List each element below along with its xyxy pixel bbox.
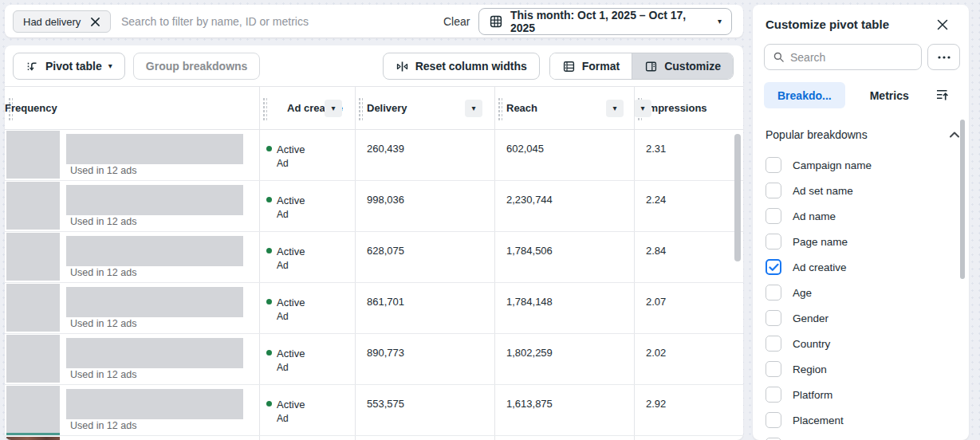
table-row[interactable]: Used in 12 ads Active Ad 260,439 602,045… — [5, 130, 743, 181]
pivot-table-button[interactable]: Pivot table ▾ — [13, 53, 125, 80]
impressions-value: 1,802,259 — [506, 347, 553, 359]
checkbox[interactable] — [766, 285, 781, 301]
table-body: Used in 12 ads Active Ad 260,439 602,045… — [5, 130, 743, 436]
date-range-button[interactable]: This month: Oct 1, 2025 – Oct 17, 2025 ▾ — [478, 8, 732, 35]
delivery-status: Active — [277, 348, 305, 359]
creative-name-redacted — [66, 185, 243, 215]
breakdown-option[interactable]: Country — [766, 334, 949, 353]
breakdown-option[interactable]: Ad set name — [766, 181, 949, 200]
checkbox[interactable] — [766, 412, 781, 428]
checkbox[interactable] — [766, 361, 781, 377]
delivery-level: Ad — [277, 209, 289, 220]
table-row[interactable]: Used in 12 ads Active Ad 553,575 1,613,8… — [5, 385, 743, 436]
reach-value: 553,575 — [367, 398, 404, 410]
creative-name-redacted — [66, 134, 243, 164]
active-status-dot — [266, 401, 272, 407]
customize-button[interactable]: Customize — [632, 53, 733, 79]
checkbox[interactable] — [766, 157, 781, 173]
group-breakdowns-button[interactable]: Group breakdowns — [133, 53, 261, 80]
impressions-value: 2,230,744 — [506, 194, 553, 206]
thumbnail-accent-line — [6, 433, 60, 435]
chevron-down-icon: ▾ — [331, 104, 335, 112]
used-in-ads-label: Used in 12 ads — [70, 318, 136, 329]
column-drag-handle[interactable] — [498, 97, 502, 120]
column-header[interactable]: Impressions ▾ — [634, 87, 743, 131]
column-header[interactable]: Delivery ▾ — [355, 87, 494, 131]
filter-search-input[interactable] — [121, 5, 424, 37]
breakdown-option-label: Gender — [793, 312, 828, 324]
checkbox[interactable] — [766, 310, 781, 326]
checkbox[interactable] — [766, 259, 781, 275]
customize-panel-icon — [644, 60, 658, 73]
impressions-value: 602,045 — [506, 143, 544, 155]
table-row[interactable]: Used in 12 ads Active Ad 628,075 1,784,5… — [5, 232, 743, 283]
format-label: Format — [582, 60, 620, 73]
breakdown-option-label: Page name — [793, 236, 848, 248]
column-menu-button[interactable]: ▾ — [606, 100, 624, 117]
table-row[interactable]: Used in 12 ads Active Ad 890,773 1,802,2… — [5, 334, 743, 385]
breakdown-option-label: Ad name — [793, 210, 836, 222]
checkbox[interactable] — [766, 183, 781, 198]
creative-thumbnail-placeholder — [6, 182, 60, 230]
column-menu-button[interactable]: ▾ — [634, 100, 651, 117]
frequency-value: 2.84 — [646, 245, 666, 257]
active-status-dot — [266, 350, 272, 356]
breakdown-option[interactable]: Age — [766, 283, 949, 302]
breakdown-option[interactable]: Region — [766, 359, 949, 379]
table-row[interactable]: Used in 12 ads Active Ad 861,701 1,784,1… — [5, 283, 743, 334]
column-menu-button[interactable]: ▾ — [325, 100, 342, 117]
breakdown-option-label: Age — [793, 287, 812, 299]
creative-thumbnail-placeholder — [6, 131, 60, 179]
checkbox[interactable] — [766, 208, 781, 224]
filter-chip-had-delivery[interactable]: Had delivery — [13, 10, 111, 33]
customize-label: Customize — [664, 60, 721, 73]
column-header-label: Impressions — [646, 102, 707, 114]
creative-name-redacted — [66, 287, 243, 317]
column-header[interactable]: Ad creative ▾ — [259, 87, 355, 131]
used-in-ads-label: Used in 12 ads — [70, 420, 136, 431]
breakdown-option-label: Country — [793, 338, 830, 350]
reset-width-icon — [396, 61, 409, 73]
checkbox[interactable] — [766, 336, 781, 352]
breakdowns-checkbox-list: Campaign name Ad set name Ad name — [753, 5, 969, 440]
remove-filter-icon[interactable] — [90, 17, 100, 27]
breakdown-option[interactable]: Placement — [766, 411, 949, 430]
impressions-value: 1,784,506 — [506, 245, 553, 257]
breakdown-option[interactable]: Campaign name — [766, 155, 949, 175]
impressions-value: 1,784,148 — [506, 296, 553, 308]
chevron-down-icon: ▾ — [471, 104, 475, 112]
delivery-status: Active — [277, 194, 305, 206]
frequency-value: 2.24 — [646, 194, 666, 206]
reset-column-widths-button[interactable]: Reset column widths — [383, 53, 540, 80]
table-scrollbar[interactable] — [734, 134, 741, 261]
sidebar-scrollbar[interactable] — [960, 120, 965, 279]
breakdown-option-label: Platform — [793, 389, 832, 401]
filter-chip-label: Had delivery — [23, 16, 81, 28]
column-drag-handle[interactable] — [262, 97, 267, 120]
chevron-down-icon: ▾ — [640, 104, 644, 112]
column-header[interactable]: Reach ▾ — [494, 87, 634, 131]
reach-value: 260,439 — [367, 143, 404, 155]
breakdown-option[interactable]: Gender — [766, 308, 949, 328]
breakdown-option[interactable]: Ad name — [766, 206, 949, 226]
delivery-level: Ad — [277, 362, 289, 373]
column-menu-button[interactable]: ▾ — [465, 100, 482, 117]
column-drag-handle[interactable] — [358, 97, 363, 120]
breakdown-option[interactable]: Ad creative — [766, 257, 949, 277]
breakdown-option[interactable]: Platform — [766, 385, 949, 404]
breakdown-option-label: Ad creative — [793, 261, 847, 273]
breakdown-option[interactable]: Page name — [766, 232, 949, 251]
format-customize-group: Format Customize — [549, 53, 734, 80]
creative-name-redacted — [66, 236, 243, 266]
used-in-ads-label: Used in 12 ads — [70, 216, 136, 227]
reach-value: 628,075 — [367, 245, 404, 257]
frequency-value: 2.31 — [646, 143, 666, 155]
frequency-value: 2.92 — [646, 398, 666, 410]
format-button[interactable]: Format — [550, 53, 632, 79]
checkbox[interactable] — [766, 387, 781, 403]
clear-filters-button[interactable]: Clear — [443, 5, 470, 37]
table-row[interactable]: Used in 12 ads Active Ad 998,036 2,230,7… — [5, 181, 743, 232]
chevron-down-icon: ▾ — [108, 62, 112, 70]
chevron-down-icon: ▾ — [612, 104, 616, 112]
checkbox[interactable] — [766, 234, 781, 249]
